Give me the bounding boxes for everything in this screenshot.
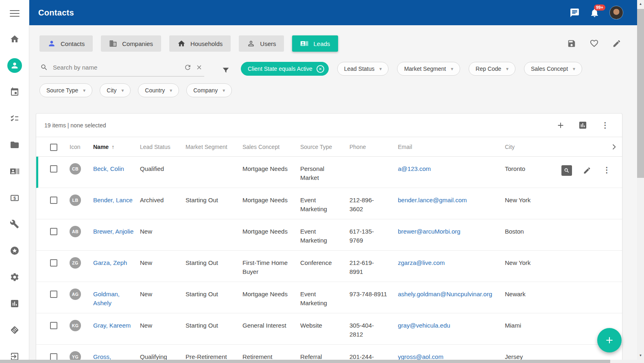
- filter-chip-country[interactable]: Country▼: [138, 83, 179, 97]
- kebab-icon: ⋮: [601, 121, 609, 129]
- contact-email-link[interactable]: ashely.goldman@Nuncpulvinar.org: [398, 291, 492, 297]
- sidebar-item-home[interactable]: [7, 32, 22, 46]
- scroll-up-arrow[interactable]: ▲: [637, 1, 644, 7]
- row-checkbox[interactable]: [50, 165, 57, 173]
- tab-contacts[interactable]: Contacts: [39, 35, 93, 52]
- row-checkbox[interactable]: [50, 228, 57, 235]
- sidebar-item-settings[interactable]: [7, 270, 22, 284]
- contact-name-link[interactable]: Beck, Colin: [93, 165, 124, 172]
- edit-view-button[interactable]: [612, 39, 621, 48]
- contact-name-link[interactable]: Garza, Zeph: [93, 259, 127, 266]
- column-header-source-type[interactable]: Source Type: [300, 144, 349, 150]
- filter-chip-sales-concept[interactable]: Sales Concept▼: [524, 62, 582, 76]
- row-email-cell: zgarza@live.com: [398, 258, 505, 267]
- view-actions: [567, 39, 621, 48]
- chat-button[interactable]: [570, 8, 580, 18]
- contact-email-link[interactable]: brewer@arcuMorbi.org: [398, 228, 461, 235]
- contact-name-link[interactable]: Gray, Kareem: [93, 322, 131, 329]
- filter-button[interactable]: [221, 66, 230, 75]
- table-row[interactable]: YG Gross, Qualifying Pre-Retirement Reti…: [36, 345, 622, 360]
- vertical-scrollbar[interactable]: ▲ ▼: [637, 0, 644, 360]
- column-header-icon[interactable]: Icon: [70, 144, 93, 150]
- row-source-type-cell: Event Marketing: [300, 196, 349, 214]
- sidebar-item-tasks[interactable]: [7, 111, 22, 126]
- remove-filter-icon[interactable]: ✕: [317, 65, 324, 73]
- contact-email-link[interactable]: a@123.com: [398, 165, 431, 172]
- vertical-scroll-thumb[interactable]: [637, 9, 644, 178]
- contact-email-link[interactable]: gray@vehicula.edu: [398, 322, 450, 329]
- tab-users[interactable]: Users: [239, 35, 284, 52]
- contact-name-link[interactable]: Goldman, Ashely: [93, 291, 120, 306]
- chip-label: Rep Code: [476, 66, 501, 72]
- row-lead-status-cell: Archived: [140, 196, 186, 205]
- filter-chip-lead-status[interactable]: Lead Status▼: [337, 62, 389, 76]
- row-checkbox[interactable]: [50, 291, 57, 298]
- sidebar-item-integrations[interactable]: [7, 323, 22, 337]
- add-item-button[interactable]: [556, 121, 565, 130]
- tab-leads[interactable]: Leads: [292, 35, 338, 52]
- sidebar-item-billing[interactable]: $: [7, 190, 22, 205]
- edit-row-button[interactable]: [583, 166, 591, 175]
- column-header-phone[interactable]: Phone: [349, 144, 398, 150]
- column-header-market-segment[interactable]: Market Segment: [186, 144, 242, 150]
- table-row[interactable]: KG Gray, Kareem New Starting Out General…: [36, 313, 622, 345]
- table-row[interactable]: AG Goldman, Ashely New Starting Out Mort…: [36, 282, 622, 313]
- save-view-button[interactable]: [567, 39, 576, 48]
- chart-view-button[interactable]: [578, 120, 587, 130]
- sidebar-item-contacts[interactable]: [7, 58, 22, 73]
- column-header-city[interactable]: City: [505, 144, 558, 150]
- applied-filter-chip[interactable]: Client State equals Active ✕: [241, 62, 329, 76]
- contact-email-link[interactable]: ygross@aol.com: [398, 353, 443, 360]
- horizontal-scroll-thumb[interactable]: [0, 360, 610, 363]
- add-lead-fab[interactable]: [597, 328, 622, 352]
- column-header-lead-status[interactable]: Lead Status: [140, 144, 186, 150]
- sidebar-item-calendar[interactable]: [7, 85, 22, 99]
- search-input[interactable]: [52, 63, 180, 71]
- contact-email-link[interactable]: bender.lance@gmail.com: [398, 197, 467, 203]
- row-name-cell: Garza, Zeph: [93, 258, 140, 267]
- row-checkbox-cell: [50, 227, 70, 235]
- select-all-checkbox[interactable]: [50, 144, 57, 151]
- sidebar-item-favorites[interactable]: [7, 243, 22, 258]
- filter-chip-city[interactable]: City▼: [100, 83, 131, 97]
- contact-name-link[interactable]: Bender, Lance: [93, 197, 133, 203]
- tab-households[interactable]: Households: [169, 35, 231, 52]
- scroll-down-arrow[interactable]: ▼: [637, 352, 644, 359]
- user-avatar[interactable]: [609, 6, 623, 20]
- table-row[interactable]: CB Beck, Colin Qualified Mortgage Needs …: [36, 157, 622, 188]
- hamburger-menu-icon[interactable]: [10, 8, 20, 19]
- sidebar-item-leads[interactable]: [7, 164, 22, 179]
- chevron-down-icon: ▼: [379, 67, 383, 71]
- contact-name-link[interactable]: Brewer, Anjolie: [93, 228, 133, 235]
- row-checkbox[interactable]: [50, 259, 57, 267]
- filter-chip-market-segment[interactable]: Market Segment▼: [397, 62, 460, 76]
- notifications-button[interactable]: 99+: [589, 8, 600, 18]
- row-checkbox[interactable]: [50, 197, 57, 204]
- contact-email-link[interactable]: zgarza@live.com: [398, 259, 445, 266]
- filter-chip-source-type[interactable]: Source Type▼: [39, 83, 92, 97]
- horizontal-scrollbar[interactable]: [0, 360, 637, 363]
- table-row[interactable]: ZG Garza, Zeph New Starting Out First-Ti…: [36, 251, 622, 282]
- contact-name-link[interactable]: Gross,: [93, 353, 111, 360]
- column-header-sales-concept[interactable]: Sales Concept: [242, 144, 300, 150]
- sidebar-item-documents[interactable]: [7, 138, 22, 152]
- filter-chip-rep-code[interactable]: Rep Code▼: [469, 62, 515, 76]
- clear-search-button[interactable]: [196, 64, 203, 71]
- row-more-button[interactable]: ⋮: [602, 166, 611, 174]
- favorite-view-button[interactable]: [589, 39, 599, 48]
- preview-button[interactable]: [561, 165, 572, 176]
- filter-chip-company[interactable]: Company▼: [186, 83, 232, 97]
- table-row[interactable]: AB Brewer, Anjolie New Mortgage Needs Ev…: [36, 219, 622, 251]
- sidebar-item-reports[interactable]: [7, 296, 22, 311]
- list-more-button[interactable]: ⋮: [600, 121, 610, 129]
- refresh-button[interactable]: [184, 63, 192, 71]
- column-header-name[interactable]: Name↑: [93, 144, 140, 150]
- plus-icon: [556, 121, 565, 130]
- table-row[interactable]: LB Bender, Lance Archived Starting Out M…: [36, 188, 622, 219]
- row-checkbox[interactable]: [50, 322, 57, 329]
- more-columns-chevron[interactable]: [610, 143, 622, 151]
- sidebar-item-tools[interactable]: [7, 217, 22, 232]
- row-checkbox[interactable]: [50, 353, 57, 360]
- tab-companies[interactable]: Companies: [101, 35, 161, 52]
- column-header-email[interactable]: Email: [398, 144, 505, 150]
